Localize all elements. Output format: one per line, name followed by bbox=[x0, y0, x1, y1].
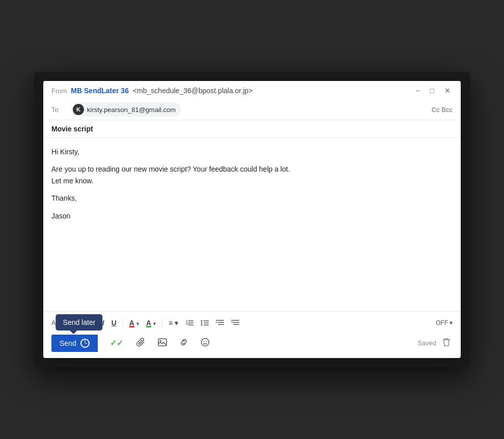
ordered-list-button[interactable]: 1. bbox=[182, 317, 197, 329]
subject-row: Movie script bbox=[43, 120, 461, 138]
indent-increase-button[interactable] bbox=[228, 317, 242, 329]
title-bar: From MB SendLater 36 <mb_schedule_36@bpo… bbox=[43, 81, 461, 99]
off-toggle[interactable]: OFF ▾ bbox=[436, 319, 453, 326]
formatting-bar: Arial 10 ▾ B I U A ▾ bbox=[51, 315, 453, 331]
sender-name: MB SendLater 36 bbox=[71, 87, 129, 95]
signature: Jason bbox=[51, 210, 453, 222]
body-paragraph1: Are you up to reading our new movie scri… bbox=[51, 163, 453, 186]
svg-point-5 bbox=[201, 322, 202, 324]
saved-area: Saved bbox=[417, 336, 453, 350]
link-icon bbox=[179, 338, 188, 347]
link-button[interactable] bbox=[175, 335, 192, 352]
toolbar-area: Arial 10 ▾ B I U A ▾ bbox=[43, 311, 461, 358]
close-button[interactable]: ✕ bbox=[442, 86, 453, 95]
sender-email: <mb_schedule_36@bpost.plala.or.jp> bbox=[133, 87, 253, 95]
cc-bcc-button[interactable]: Cc Bcc bbox=[432, 106, 453, 114]
check-button[interactable]: ✓✓ bbox=[105, 334, 128, 352]
from-label: From bbox=[51, 87, 67, 95]
send-button[interactable]: Send bbox=[51, 335, 98, 352]
svg-point-22 bbox=[206, 341, 207, 342]
send-later-tooltip: Send later bbox=[56, 314, 103, 331]
action-bar: Send later Send ✓✓ bbox=[51, 331, 453, 356]
indent-decrease-button[interactable] bbox=[213, 317, 227, 329]
svg-point-4 bbox=[201, 320, 202, 322]
svg-point-20 bbox=[201, 338, 209, 346]
highlight-button[interactable]: A ▾ bbox=[143, 317, 159, 328]
compose-window: From MB SendLater 36 <mb_schedule_36@bpo… bbox=[43, 81, 461, 358]
underline-button[interactable]: U bbox=[108, 317, 120, 328]
emoji-icon bbox=[201, 338, 210, 347]
paperclip-icon bbox=[136, 338, 146, 347]
align-button[interactable]: ≡ ▾ bbox=[165, 317, 181, 328]
svg-point-19 bbox=[160, 340, 161, 342]
trash-icon bbox=[442, 338, 451, 347]
maximize-button[interactable]: □ bbox=[428, 86, 436, 95]
svg-text:1.: 1. bbox=[185, 319, 190, 325]
svg-point-21 bbox=[203, 341, 204, 342]
delete-button[interactable] bbox=[440, 336, 453, 350]
text-color-button[interactable]: A ▾ bbox=[126, 317, 142, 328]
send-btn-group: Send bbox=[51, 335, 98, 352]
separator-3 bbox=[162, 318, 162, 327]
window-shadow: From MB SendLater 36 <mb_schedule_36@bpo… bbox=[34, 72, 470, 367]
emoji-button[interactable] bbox=[197, 335, 214, 352]
subject-text: Movie script bbox=[51, 125, 93, 133]
svg-rect-18 bbox=[158, 339, 166, 346]
svg-marker-17 bbox=[231, 322, 233, 323]
svg-point-6 bbox=[201, 324, 202, 326]
avatar: K bbox=[73, 104, 84, 115]
sign-off: Thanks, bbox=[51, 193, 453, 204]
send-btn-container: Send later Send bbox=[51, 335, 98, 352]
email-body[interactable]: Hi Kirsty, Are you up to reading our new… bbox=[43, 138, 461, 311]
clock-icon bbox=[80, 339, 90, 348]
image-icon bbox=[158, 338, 167, 346]
title-bar-left: From MB SendLater 36 <mb_schedule_36@bpo… bbox=[51, 87, 253, 95]
to-label: To bbox=[51, 106, 67, 114]
saved-label: Saved bbox=[417, 339, 436, 347]
check-icon: ✓✓ bbox=[110, 338, 123, 348]
title-bar-controls: − □ ✕ bbox=[413, 86, 453, 95]
recipient-email: kirsty.pearson_81@gmail.com bbox=[87, 106, 176, 114]
recipient-chip[interactable]: K kirsty.pearson_81@gmail.com bbox=[71, 102, 181, 117]
svg-marker-13 bbox=[216, 322, 217, 323]
send-label: Send bbox=[60, 339, 76, 347]
image-button[interactable] bbox=[154, 335, 171, 351]
separator-2 bbox=[123, 318, 123, 327]
attach-button[interactable] bbox=[132, 335, 150, 352]
unordered-list-button[interactable] bbox=[198, 317, 212, 329]
to-row: To K kirsty.pearson_81@gmail.com Cc Bcc bbox=[43, 99, 461, 120]
greeting: Hi Kirsty, bbox=[51, 146, 453, 157]
minimize-button[interactable]: − bbox=[413, 86, 422, 95]
